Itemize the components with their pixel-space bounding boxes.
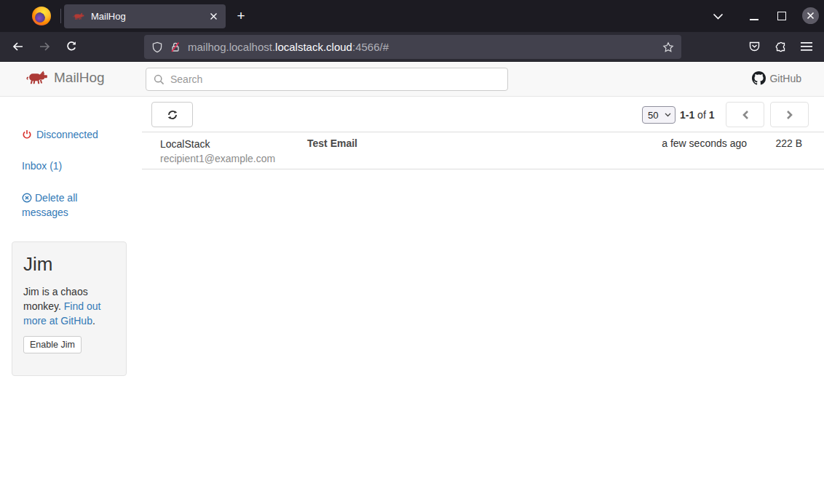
message-recipient: recipient1@example.com xyxy=(160,151,307,166)
pocket-icon[interactable] xyxy=(745,38,763,55)
extensions-puzzle-icon[interactable] xyxy=(772,38,789,55)
window-minimize-icon[interactable] xyxy=(750,19,758,20)
search-box xyxy=(146,68,508,91)
chevron-right-icon xyxy=(785,109,794,121)
message-sender: LocalStack xyxy=(160,137,307,151)
reload-button[interactable] xyxy=(63,38,80,55)
shield-icon[interactable] xyxy=(151,41,163,53)
page-size-select[interactable]: 50 xyxy=(642,106,676,124)
firefox-view-icon[interactable] xyxy=(32,7,51,25)
brand-name: MailHog xyxy=(54,70,105,86)
message-subject: Test Email xyxy=(307,132,601,169)
search-icon xyxy=(154,74,165,85)
list-tabs-chevron-down-icon[interactable] xyxy=(710,11,725,21)
message-size: 222 B xyxy=(747,132,824,169)
lock-broken-icon[interactable] xyxy=(170,41,181,53)
message-from-cell: LocalStack recipient1@example.com xyxy=(142,132,307,169)
url-text: mailhog.localhost.localstack.cloud:4566/… xyxy=(188,41,389,53)
pagination-range: 1-1 of 1 xyxy=(680,109,715,121)
chevron-left-icon xyxy=(741,109,750,121)
jim-panel-title: Jim xyxy=(23,253,115,276)
brand[interactable]: MailHog xyxy=(26,70,105,86)
status-label: Disconnected xyxy=(36,129,98,140)
message-row[interactable]: LocalStack recipient1@example.com Test E… xyxy=(142,132,824,169)
tab-close-icon[interactable] xyxy=(207,10,220,23)
new-tab-button[interactable]: + xyxy=(231,7,250,25)
menu-hamburger-icon[interactable] xyxy=(798,38,815,55)
app-header: MailHog GitHub xyxy=(0,62,824,97)
url-bar[interactable]: mailhog.localhost.localstack.cloud:4566/… xyxy=(144,35,681,59)
message-list: LocalStack recipient1@example.com Test E… xyxy=(142,132,824,169)
enable-jim-button[interactable]: Enable Jim xyxy=(23,336,82,353)
message-received-time: a few seconds ago xyxy=(601,132,747,169)
page-size-select-wrap: 50 xyxy=(642,106,676,124)
search-input[interactable] xyxy=(170,73,500,85)
refresh-icon xyxy=(167,109,178,121)
jim-panel-text: Jim is a chaos monkey. Find out more at … xyxy=(23,284,115,328)
window-maximize-icon[interactable] xyxy=(777,12,786,20)
connection-status: Disconnected xyxy=(22,129,98,140)
browser-tab-bar: MailHog + xyxy=(0,0,824,32)
github-label: GitHub xyxy=(769,73,801,84)
tab-separator xyxy=(60,9,61,23)
tab-title: MailHog xyxy=(91,11,207,22)
refresh-button[interactable] xyxy=(151,102,193,127)
github-icon xyxy=(752,71,766,85)
prev-page-button[interactable] xyxy=(726,102,764,127)
sidebar-item-delete-all[interactable]: Delete all messages xyxy=(22,191,103,220)
brand-pig-icon xyxy=(26,70,48,86)
power-icon xyxy=(22,129,32,140)
browser-window: MailHog + xyxy=(0,0,824,504)
back-button[interactable] xyxy=(9,38,26,55)
github-link[interactable]: GitHub xyxy=(752,71,801,85)
next-page-button[interactable] xyxy=(770,102,809,127)
forward-button[interactable] xyxy=(36,38,53,55)
jim-panel: Jim Jim is a chaos monkey. Find out more… xyxy=(12,241,127,376)
browser-tab-mailhog[interactable]: MailHog xyxy=(64,4,226,28)
bookmark-star-icon[interactable] xyxy=(662,41,674,53)
tab-favicon-pig-icon xyxy=(73,12,84,21)
sidebar-item-inbox[interactable]: Inbox (1) xyxy=(22,160,62,172)
window-close-icon[interactable] xyxy=(802,7,819,24)
delete-circle-icon xyxy=(22,193,32,203)
